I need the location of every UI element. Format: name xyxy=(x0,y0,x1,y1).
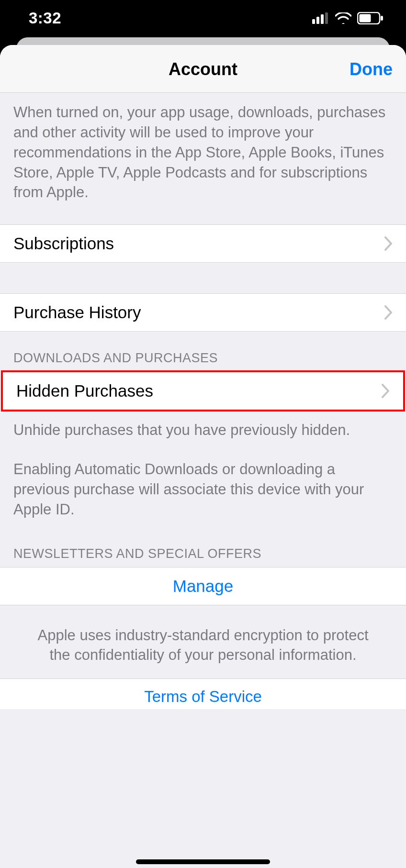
status-icons xyxy=(312,12,384,24)
svg-rect-6 xyxy=(381,16,383,21)
downloads-section-header: DOWNLOADS AND PURCHASES xyxy=(0,332,406,371)
encryption-footer: Apple uses industry-standard encryption … xyxy=(0,605,406,679)
battery-icon xyxy=(357,12,384,24)
content-scroll[interactable]: When turned on, your app usage, download… xyxy=(0,93,406,868)
status-bar: 3:32 xyxy=(0,0,406,36)
svg-rect-1 xyxy=(316,17,319,24)
svg-rect-3 xyxy=(325,12,328,24)
hidden-purchases-row[interactable]: Hidden Purchases xyxy=(3,372,403,410)
manage-label: Manage xyxy=(173,577,233,596)
home-indicator[interactable] xyxy=(136,859,270,864)
subscriptions-row[interactable]: Subscriptions xyxy=(0,225,406,262)
account-sheet: Account Done When turned on, your app us… xyxy=(0,45,406,868)
done-button[interactable]: Done xyxy=(350,59,393,79)
status-time: 3:32 xyxy=(29,9,61,27)
nav-bar: Account Done xyxy=(0,45,406,93)
hidden-purchases-label: Hidden Purchases xyxy=(16,381,381,401)
purchase-history-row[interactable]: Purchase History xyxy=(0,294,406,331)
hidden-purchases-highlight: Hidden Purchases xyxy=(1,370,405,412)
recommendations-footer: When turned on, your app usage, download… xyxy=(0,93,406,224)
terms-label: Terms of Service xyxy=(144,688,262,705)
chevron-right-icon xyxy=(384,236,393,251)
cellular-icon xyxy=(312,12,329,24)
purchase-history-label: Purchase History xyxy=(13,303,384,322)
chevron-right-icon xyxy=(384,305,393,320)
svg-rect-2 xyxy=(321,14,324,24)
wifi-icon xyxy=(335,12,351,24)
svg-rect-0 xyxy=(312,19,315,24)
subscriptions-label: Subscriptions xyxy=(13,234,384,253)
page-title: Account xyxy=(0,59,406,79)
svg-rect-5 xyxy=(360,14,371,22)
chevron-right-icon xyxy=(381,384,390,398)
hidden-purchases-footer-line2: Enabling Automatic Downloads or download… xyxy=(13,459,393,520)
manage-newsletters-row[interactable]: Manage xyxy=(0,568,406,605)
newsletters-section-header: NEWSLETTERS AND SPECIAL OFFERS xyxy=(0,542,406,567)
hidden-purchases-footer: Unhide purchases that you have previousl… xyxy=(0,411,406,541)
terms-of-service-row[interactable]: Terms of Service xyxy=(0,679,406,709)
hidden-purchases-footer-line1: Unhide purchases that you have previousl… xyxy=(13,420,393,440)
